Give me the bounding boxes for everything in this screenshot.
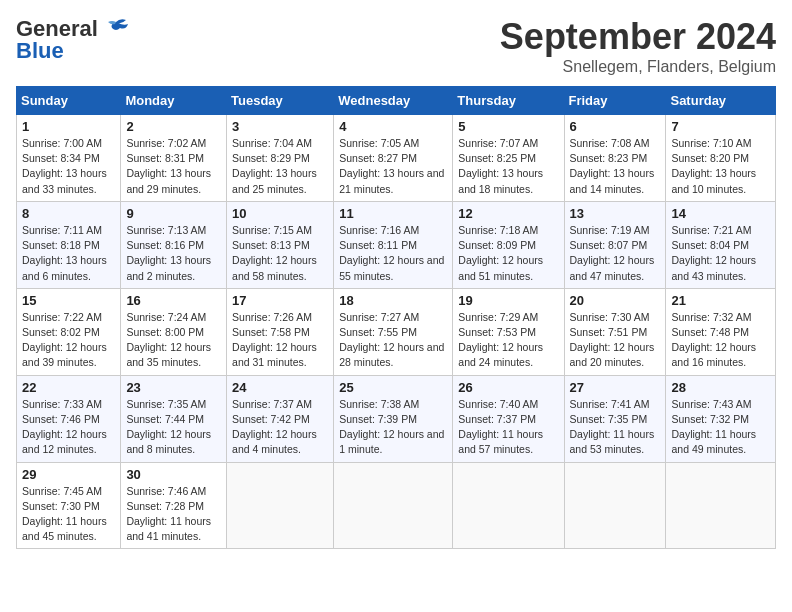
calendar-week-1: 8 Sunrise: 7:11 AMSunset: 8:18 PMDayligh… bbox=[17, 201, 776, 288]
calendar-cell: 22 Sunrise: 7:33 AMSunset: 7:46 PMDaylig… bbox=[17, 375, 121, 462]
day-number: 12 bbox=[458, 206, 558, 221]
day-number: 7 bbox=[671, 119, 770, 134]
day-number: 11 bbox=[339, 206, 447, 221]
calendar-cell bbox=[453, 462, 564, 549]
calendar-week-4: 29 Sunrise: 7:45 AMSunset: 7:30 PMDaylig… bbox=[17, 462, 776, 549]
calendar-week-0: 1 Sunrise: 7:00 AMSunset: 8:34 PMDayligh… bbox=[17, 115, 776, 202]
calendar-cell: 15 Sunrise: 7:22 AMSunset: 8:02 PMDaylig… bbox=[17, 288, 121, 375]
day-info: Sunrise: 7:29 AMSunset: 7:53 PMDaylight:… bbox=[458, 311, 543, 369]
calendar-header-row: SundayMondayTuesdayWednesdayThursdayFrid… bbox=[17, 87, 776, 115]
day-info: Sunrise: 7:26 AMSunset: 7:58 PMDaylight:… bbox=[232, 311, 317, 369]
day-number: 10 bbox=[232, 206, 328, 221]
calendar-cell: 2 Sunrise: 7:02 AMSunset: 8:31 PMDayligh… bbox=[121, 115, 227, 202]
calendar-header-saturday: Saturday bbox=[666, 87, 776, 115]
day-number: 20 bbox=[570, 293, 661, 308]
day-info: Sunrise: 7:11 AMSunset: 8:18 PMDaylight:… bbox=[22, 224, 107, 282]
day-number: 15 bbox=[22, 293, 115, 308]
day-number: 27 bbox=[570, 380, 661, 395]
calendar-cell: 23 Sunrise: 7:35 AMSunset: 7:44 PMDaylig… bbox=[121, 375, 227, 462]
calendar-cell: 18 Sunrise: 7:27 AMSunset: 7:55 PMDaylig… bbox=[334, 288, 453, 375]
calendar-cell: 26 Sunrise: 7:40 AMSunset: 7:37 PMDaylig… bbox=[453, 375, 564, 462]
calendar-cell: 6 Sunrise: 7:08 AMSunset: 8:23 PMDayligh… bbox=[564, 115, 666, 202]
day-info: Sunrise: 7:07 AMSunset: 8:25 PMDaylight:… bbox=[458, 137, 543, 195]
day-number: 13 bbox=[570, 206, 661, 221]
calendar-cell: 25 Sunrise: 7:38 AMSunset: 7:39 PMDaylig… bbox=[334, 375, 453, 462]
calendar-cell: 11 Sunrise: 7:16 AMSunset: 8:11 PMDaylig… bbox=[334, 201, 453, 288]
page-title: September 2024 bbox=[500, 16, 776, 58]
page-subtitle: Snellegem, Flanders, Belgium bbox=[500, 58, 776, 76]
day-number: 8 bbox=[22, 206, 115, 221]
day-info: Sunrise: 7:24 AMSunset: 8:00 PMDaylight:… bbox=[126, 311, 211, 369]
day-number: 19 bbox=[458, 293, 558, 308]
day-info: Sunrise: 7:21 AMSunset: 8:04 PMDaylight:… bbox=[671, 224, 756, 282]
calendar-cell: 17 Sunrise: 7:26 AMSunset: 7:58 PMDaylig… bbox=[227, 288, 334, 375]
day-number: 25 bbox=[339, 380, 447, 395]
day-number: 29 bbox=[22, 467, 115, 482]
day-number: 17 bbox=[232, 293, 328, 308]
calendar-cell: 21 Sunrise: 7:32 AMSunset: 7:48 PMDaylig… bbox=[666, 288, 776, 375]
calendar-header-thursday: Thursday bbox=[453, 87, 564, 115]
calendar-cell bbox=[564, 462, 666, 549]
day-info: Sunrise: 7:05 AMSunset: 8:27 PMDaylight:… bbox=[339, 137, 444, 195]
calendar-cell: 10 Sunrise: 7:15 AMSunset: 8:13 PMDaylig… bbox=[227, 201, 334, 288]
calendar-cell: 30 Sunrise: 7:46 AMSunset: 7:28 PMDaylig… bbox=[121, 462, 227, 549]
day-info: Sunrise: 7:33 AMSunset: 7:46 PMDaylight:… bbox=[22, 398, 107, 456]
calendar-header-monday: Monday bbox=[121, 87, 227, 115]
calendar-cell bbox=[334, 462, 453, 549]
day-number: 24 bbox=[232, 380, 328, 395]
calendar-cell: 27 Sunrise: 7:41 AMSunset: 7:35 PMDaylig… bbox=[564, 375, 666, 462]
day-number: 4 bbox=[339, 119, 447, 134]
day-info: Sunrise: 7:46 AMSunset: 7:28 PMDaylight:… bbox=[126, 485, 211, 543]
day-number: 23 bbox=[126, 380, 221, 395]
day-info: Sunrise: 7:37 AMSunset: 7:42 PMDaylight:… bbox=[232, 398, 317, 456]
day-number: 16 bbox=[126, 293, 221, 308]
day-info: Sunrise: 7:00 AMSunset: 8:34 PMDaylight:… bbox=[22, 137, 107, 195]
day-info: Sunrise: 7:30 AMSunset: 7:51 PMDaylight:… bbox=[570, 311, 655, 369]
calendar-cell: 8 Sunrise: 7:11 AMSunset: 8:18 PMDayligh… bbox=[17, 201, 121, 288]
day-info: Sunrise: 7:15 AMSunset: 8:13 PMDaylight:… bbox=[232, 224, 317, 282]
day-number: 14 bbox=[671, 206, 770, 221]
day-info: Sunrise: 7:19 AMSunset: 8:07 PMDaylight:… bbox=[570, 224, 655, 282]
day-number: 2 bbox=[126, 119, 221, 134]
day-info: Sunrise: 7:10 AMSunset: 8:20 PMDaylight:… bbox=[671, 137, 756, 195]
calendar-cell: 29 Sunrise: 7:45 AMSunset: 7:30 PMDaylig… bbox=[17, 462, 121, 549]
day-info: Sunrise: 7:22 AMSunset: 8:02 PMDaylight:… bbox=[22, 311, 107, 369]
calendar-week-2: 15 Sunrise: 7:22 AMSunset: 8:02 PMDaylig… bbox=[17, 288, 776, 375]
day-info: Sunrise: 7:04 AMSunset: 8:29 PMDaylight:… bbox=[232, 137, 317, 195]
calendar-cell: 28 Sunrise: 7:43 AMSunset: 7:32 PMDaylig… bbox=[666, 375, 776, 462]
calendar-header-sunday: Sunday bbox=[17, 87, 121, 115]
day-number: 1 bbox=[22, 119, 115, 134]
logo-bird-icon bbox=[102, 18, 130, 40]
day-number: 26 bbox=[458, 380, 558, 395]
day-info: Sunrise: 7:32 AMSunset: 7:48 PMDaylight:… bbox=[671, 311, 756, 369]
day-number: 3 bbox=[232, 119, 328, 134]
logo-blue-text: Blue bbox=[16, 38, 64, 64]
calendar-header-tuesday: Tuesday bbox=[227, 87, 334, 115]
day-info: Sunrise: 7:43 AMSunset: 7:32 PMDaylight:… bbox=[671, 398, 756, 456]
calendar-cell: 4 Sunrise: 7:05 AMSunset: 8:27 PMDayligh… bbox=[334, 115, 453, 202]
day-info: Sunrise: 7:13 AMSunset: 8:16 PMDaylight:… bbox=[126, 224, 211, 282]
calendar-body: 1 Sunrise: 7:00 AMSunset: 8:34 PMDayligh… bbox=[17, 115, 776, 549]
day-info: Sunrise: 7:16 AMSunset: 8:11 PMDaylight:… bbox=[339, 224, 444, 282]
calendar-cell: 16 Sunrise: 7:24 AMSunset: 8:00 PMDaylig… bbox=[121, 288, 227, 375]
calendar-cell: 1 Sunrise: 7:00 AMSunset: 8:34 PMDayligh… bbox=[17, 115, 121, 202]
calendar-cell: 5 Sunrise: 7:07 AMSunset: 8:25 PMDayligh… bbox=[453, 115, 564, 202]
day-number: 6 bbox=[570, 119, 661, 134]
calendar-cell: 19 Sunrise: 7:29 AMSunset: 7:53 PMDaylig… bbox=[453, 288, 564, 375]
calendar-cell: 14 Sunrise: 7:21 AMSunset: 8:04 PMDaylig… bbox=[666, 201, 776, 288]
calendar-cell: 13 Sunrise: 7:19 AMSunset: 8:07 PMDaylig… bbox=[564, 201, 666, 288]
calendar-cell: 7 Sunrise: 7:10 AMSunset: 8:20 PMDayligh… bbox=[666, 115, 776, 202]
calendar-header-friday: Friday bbox=[564, 87, 666, 115]
calendar-header-wednesday: Wednesday bbox=[334, 87, 453, 115]
day-info: Sunrise: 7:45 AMSunset: 7:30 PMDaylight:… bbox=[22, 485, 107, 543]
day-number: 9 bbox=[126, 206, 221, 221]
day-info: Sunrise: 7:35 AMSunset: 7:44 PMDaylight:… bbox=[126, 398, 211, 456]
calendar-cell: 20 Sunrise: 7:30 AMSunset: 7:51 PMDaylig… bbox=[564, 288, 666, 375]
day-info: Sunrise: 7:18 AMSunset: 8:09 PMDaylight:… bbox=[458, 224, 543, 282]
day-info: Sunrise: 7:41 AMSunset: 7:35 PMDaylight:… bbox=[570, 398, 655, 456]
page-header: General Blue September 2024 Snellegem, F… bbox=[16, 16, 776, 76]
calendar-week-3: 22 Sunrise: 7:33 AMSunset: 7:46 PMDaylig… bbox=[17, 375, 776, 462]
calendar-table: SundayMondayTuesdayWednesdayThursdayFrid… bbox=[16, 86, 776, 549]
calendar-cell: 12 Sunrise: 7:18 AMSunset: 8:09 PMDaylig… bbox=[453, 201, 564, 288]
calendar-cell: 3 Sunrise: 7:04 AMSunset: 8:29 PMDayligh… bbox=[227, 115, 334, 202]
